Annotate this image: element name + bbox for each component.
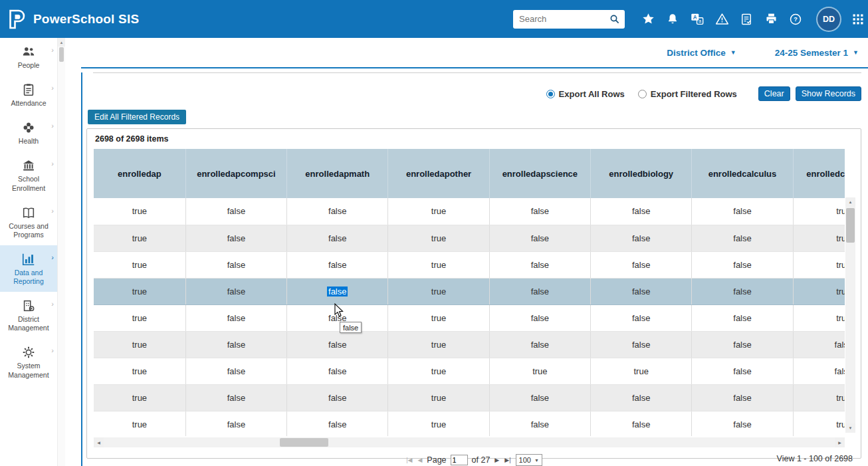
school-selector[interactable]: District Office ▼: [667, 48, 736, 58]
table-cell[interactable]: true: [94, 411, 185, 436]
sidebar-item-school-enrollment[interactable]: › School Enrollment: [0, 152, 57, 198]
table-cell[interactable]: false: [185, 411, 286, 436]
radio-selected-icon[interactable]: [546, 90, 555, 98]
table-cell[interactable]: false: [591, 331, 692, 358]
table-cell[interactable]: true: [793, 251, 845, 278]
table-cell[interactable]: false: [287, 358, 388, 384]
table-cell[interactable]: false: [489, 251, 590, 278]
table-cell[interactable]: true: [388, 304, 489, 331]
table-cell[interactable]: false: [489, 331, 590, 358]
table-row[interactable]: truefalsefalsetruetruetruefalsefalse: [94, 358, 845, 384]
print-icon[interactable]: [764, 12, 778, 27]
search-box[interactable]: [513, 10, 625, 29]
table-row[interactable]: truefalsefalsetruefalsefalsefalsetrue: [94, 304, 845, 331]
table-cell[interactable]: false: [489, 198, 590, 225]
table-cell[interactable]: true: [388, 198, 489, 225]
forms-checklist-icon[interactable]: [739, 12, 754, 27]
table-cell[interactable]: false: [185, 331, 286, 358]
scrollbar-thumb[interactable]: [280, 438, 328, 447]
sidebar-item-system-management[interactable]: › System Management: [0, 338, 57, 385]
table-cell[interactable]: true: [793, 384, 845, 411]
table-cell[interactable]: false: [692, 251, 793, 278]
column-header-enrolledapother[interactable]: enrolledapother: [388, 149, 489, 198]
search-icon[interactable]: [609, 13, 621, 25]
notifications-bell-icon[interactable]: [665, 12, 680, 27]
table-cell[interactable]: false: [591, 278, 692, 304]
sidebar-item-health[interactable]: › Health: [0, 114, 57, 152]
table-cell[interactable]: false: [591, 225, 692, 251]
table-cell[interactable]: false: [185, 251, 286, 278]
table-cell[interactable]: false: [185, 358, 286, 384]
show-records-button[interactable]: Show Records: [796, 86, 861, 101]
scrollbar-thumb[interactable]: [846, 208, 855, 243]
edit-all-filtered-records-button[interactable]: Edit All Filtered Records: [88, 110, 186, 124]
table-horizontal-scrollbar[interactable]: ◀ ▶: [94, 437, 845, 447]
table-cell[interactable]: false: [287, 331, 388, 358]
table-cell[interactable]: false: [692, 225, 793, 251]
table-cell[interactable]: true: [388, 331, 489, 358]
table-cell[interactable]: true: [94, 304, 185, 331]
table-cell[interactable]: false: [591, 411, 692, 436]
table-row[interactable]: truefalsefalsetruefalsefalsefalsetrue: [94, 251, 845, 278]
table-cell[interactable]: true: [94, 331, 185, 358]
column-header-enrolledchemistry[interactable]: enrolledchemistry: [793, 149, 845, 198]
column-header-enrolledapscience[interactable]: enrolledapscience: [489, 149, 590, 198]
table-cell[interactable]: false: [489, 225, 590, 251]
table-cell[interactable]: true: [388, 411, 489, 436]
scroll-up-icon[interactable]: ▲: [845, 197, 855, 207]
column-header-enrolledapmath[interactable]: enrolledapmath: [287, 149, 388, 198]
table-cell[interactable]: false: [287, 251, 388, 278]
table-cell[interactable]: true: [94, 358, 185, 384]
table-cell[interactable]: false: [287, 225, 388, 251]
table-cell[interactable]: false: [591, 304, 692, 331]
table-cell[interactable]: false: [185, 278, 286, 304]
table-cell[interactable]: false: [692, 198, 793, 225]
table-cell[interactable]: true: [489, 358, 590, 384]
clear-button[interactable]: Clear: [758, 86, 790, 101]
table-cell[interactable]: true: [591, 358, 692, 384]
table-cell[interactable]: false: [185, 225, 286, 251]
table-row[interactable]: truefalsefalsetruefalsefalsefalsetrue: [94, 384, 845, 411]
table-cell[interactable]: false: [591, 251, 692, 278]
table-cell[interactable]: true: [793, 198, 845, 225]
first-page-icon[interactable]: |◀: [405, 457, 413, 463]
table-vertical-scrollbar[interactable]: ▲ ▼: [845, 197, 855, 433]
last-page-icon[interactable]: ▶|: [504, 457, 511, 463]
table-cell[interactable]: true: [388, 358, 489, 384]
table-cell[interactable]: false: [591, 384, 692, 411]
table-cell[interactable]: true: [388, 384, 489, 411]
column-header-enrolledcalculus[interactable]: enrolledcalculus: [692, 149, 793, 198]
table-row[interactable]: truefalsefalsetruefalsefalsefalsetrue: [94, 198, 845, 225]
export-filtered-rows-radio[interactable]: Export Filtered Rows: [638, 89, 737, 99]
table-cell[interactable]: true: [793, 225, 845, 251]
search-input[interactable]: [519, 14, 609, 24]
table-cell[interactable]: true: [94, 278, 185, 304]
table-cell[interactable]: false: [489, 278, 590, 304]
table-row[interactable]: truefalsefalsetruefalsefalsefalsetrue: [94, 225, 845, 251]
table-cell[interactable]: true: [388, 251, 489, 278]
table-cell[interactable]: true: [94, 384, 185, 411]
table-cell[interactable]: true: [793, 278, 845, 304]
table-row[interactable]: truefalsefalsetruefalsefalsefalsetrue: [94, 411, 845, 436]
table-cell[interactable]: false: [692, 358, 793, 384]
page-number-input[interactable]: [451, 455, 468, 465]
table-cell[interactable]: true: [388, 278, 489, 304]
table-cell[interactable]: true: [793, 304, 845, 331]
table-row[interactable]: truefalsefalsetruefalsefalsefalsetrue: [94, 278, 845, 304]
radio-unselected-icon[interactable]: [638, 90, 647, 98]
scroll-down-icon[interactable]: ▼: [845, 423, 855, 433]
table-cell[interactable]: true: [388, 225, 489, 251]
apps-grid-icon[interactable]: [851, 12, 865, 27]
export-all-rows-radio[interactable]: Export All Rows: [546, 89, 625, 99]
sidebar-item-data-and-reporting[interactable]: › Data and Reporting: [0, 245, 57, 292]
table-cell[interactable]: false: [489, 304, 590, 331]
table-cell[interactable]: true: [94, 225, 185, 251]
powerschool-logo-icon[interactable]: [8, 9, 27, 29]
table-cell[interactable]: false: [793, 358, 845, 384]
table-cell[interactable]: false: [287, 304, 388, 331]
table-cell[interactable]: false: [287, 198, 388, 225]
scroll-left-icon[interactable]: ◀: [94, 437, 104, 447]
table-cell[interactable]: false: [692, 278, 793, 304]
table-cell[interactable]: false: [793, 331, 845, 358]
sidebar-item-people[interactable]: › People: [0, 38, 57, 76]
